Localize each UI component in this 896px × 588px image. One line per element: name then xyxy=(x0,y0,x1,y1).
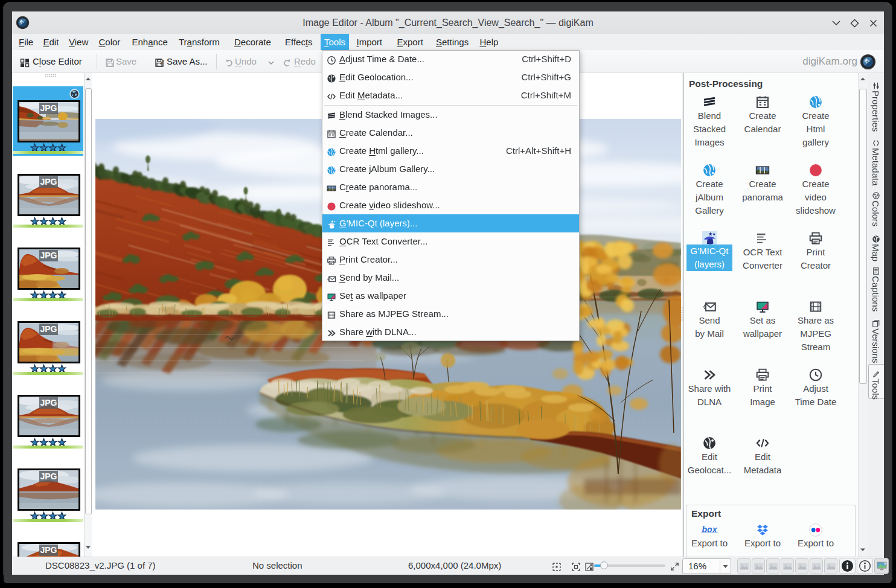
svg-text:box: box xyxy=(702,525,718,534)
